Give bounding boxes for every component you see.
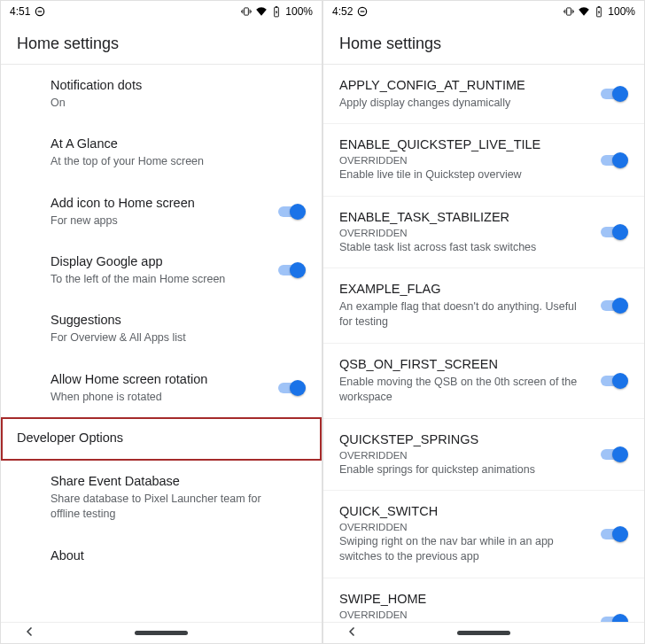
item-title: Allow Home screen rotation (51, 371, 263, 388)
item-subtitle: On (51, 96, 293, 112)
status-time: 4:51 (10, 5, 30, 18)
item-subtitle: At the top of your Home screen (51, 154, 293, 170)
item-subtitle: Share database to Pixel Launcher team fo… (51, 492, 293, 523)
toggle-switch[interactable] (598, 223, 628, 241)
svg-rect-2 (245, 8, 249, 15)
item-title: ENABLE_QUICKSTEP_LIVE_TILE (339, 136, 586, 153)
item-subtitle: For new apps (51, 213, 263, 229)
settings-item[interactable]: Add icon to Home screenFor new apps (1, 182, 322, 241)
wifi-icon (578, 5, 590, 18)
item-title: APPLY_CONFIG_AT_RUNTIME (339, 77, 586, 94)
toggle-switch[interactable] (598, 525, 628, 543)
status-time: 4:52 (332, 5, 353, 18)
svg-rect-11 (567, 8, 571, 15)
back-icon[interactable] (22, 625, 36, 642)
svg-rect-17 (598, 6, 600, 7)
item-subtitle: To the left of the main Home screen (51, 272, 263, 288)
phone-right: 4:52 100% Home settings APPLY_CONFIG_AT_… (322, 0, 645, 644)
flag-item[interactable]: EXAMPLE_FLAGAn example flag that doesn't… (323, 268, 644, 344)
item-title: QUICK_SWITCH (339, 503, 586, 520)
toggle-switch[interactable] (276, 379, 306, 397)
item-title: EXAMPLE_FLAG (339, 281, 586, 298)
battery-icon (593, 5, 605, 18)
toggle-switch[interactable] (598, 372, 628, 390)
status-battery-pct: 100% (285, 5, 313, 18)
item-overridden: OVERRIDDEN (339, 609, 586, 620)
toggle-switch[interactable] (598, 151, 628, 169)
item-title: At A Glance (51, 136, 293, 152)
flag-item[interactable]: QUICKSTEP_SPRINGSOVERRIDDENEnable spring… (323, 419, 644, 491)
nav-pill[interactable] (457, 631, 510, 635)
item-title: Display Google app (51, 253, 263, 270)
item-overridden: OVERRIDDEN (339, 522, 586, 532)
item-title: About (51, 547, 293, 564)
settings-item[interactable]: Developer Options (1, 417, 322, 461)
toggle-switch[interactable] (276, 261, 306, 279)
flag-item[interactable]: APPLY_CONFIG_AT_RUNTIMEApply display cha… (323, 65, 644, 124)
item-title: ENABLE_TASK_STABILIZER (339, 209, 586, 226)
item-title: SWIPE_HOME (339, 591, 586, 608)
toggle-switch[interactable] (598, 446, 628, 463)
flag-item[interactable]: QUICK_SWITCHOVERRIDDENSwiping right on t… (323, 491, 644, 578)
vibrate-icon (240, 5, 253, 18)
settings-item[interactable]: SuggestionsFor Overview & All Apps list (1, 299, 322, 358)
item-subtitle: Enable live tile in Quickstep overview (339, 167, 586, 183)
settings-item[interactable]: Share Event DatabaseShare database to Pi… (1, 461, 322, 535)
toggle-switch[interactable] (276, 203, 306, 221)
settings-item[interactable]: Notification dotsOn (1, 65, 322, 123)
nav-pill[interactable] (135, 631, 188, 635)
item-subtitle: Enable springs for quickstep animations (339, 462, 586, 478)
item-overridden: OVERRIDDEN (339, 228, 586, 238)
item-subtitle: An example flag that doesn't do anything… (339, 299, 586, 330)
toggle-switch[interactable] (598, 297, 628, 314)
item-subtitle: Swiping right on the nav bar while in an… (339, 534, 586, 565)
phone-left: 4:51 100% Home settings Notification dot… (0, 0, 322, 644)
page-title: Home settings (1, 22, 322, 65)
flag-item[interactable]: ENABLE_QUICKSTEP_LIVE_TILEOVERRIDDENEnab… (323, 124, 644, 196)
dnd-icon (34, 5, 46, 18)
flag-item[interactable]: QSB_ON_FIRST_SCREENEnable moving the QSB… (323, 344, 644, 419)
status-bar: 4:51 100% (1, 1, 322, 22)
svg-rect-8 (276, 6, 277, 7)
toggle-switch[interactable] (598, 85, 628, 103)
item-overridden: OVERRIDDEN (339, 155, 586, 166)
settings-item[interactable]: About (1, 535, 322, 578)
item-subtitle: Apply display changes dynamically (339, 96, 586, 112)
settings-item[interactable]: Allow Home screen rotationWhen phone is … (1, 359, 322, 417)
wifi-icon (255, 5, 268, 18)
status-bar: 4:52 100% (323, 1, 644, 22)
item-subtitle: For Overview & All Apps list (51, 330, 293, 346)
status-battery-pct: 100% (608, 5, 635, 18)
developer-options-list: APPLY_CONFIG_AT_RUNTIMEApply display cha… (323, 65, 644, 622)
battery-icon (270, 5, 283, 18)
item-subtitle: Stable task list across fast task switch… (339, 240, 586, 256)
item-subtitle: Enable moving the QSB on the 0th screen … (339, 375, 586, 406)
item-title: QUICKSTEP_SPRINGS (339, 431, 586, 448)
item-subtitle: When phone is rotated (51, 390, 263, 406)
settings-item[interactable]: Display Google appTo the left of the mai… (1, 241, 322, 299)
nav-bar (1, 622, 322, 643)
flag-item[interactable]: ENABLE_TASK_STABILIZEROVERRIDDENStable t… (323, 197, 644, 268)
toggle-switch[interactable] (598, 613, 628, 622)
settings-list: Notification dotsOnAt A GlanceAt the top… (1, 65, 322, 622)
dnd-icon (356, 5, 369, 18)
vibrate-icon (563, 5, 575, 18)
item-title: QSB_ON_FIRST_SCREEN (339, 356, 586, 373)
item-title: Notification dots (51, 77, 293, 94)
back-icon[interactable] (345, 625, 359, 642)
item-title: Add icon to Home screen (51, 195, 263, 212)
settings-item[interactable]: At A GlanceAt the top of your Home scree… (1, 123, 322, 182)
item-title: Share Event Database (51, 473, 293, 490)
nav-bar (323, 622, 644, 643)
page-title: Home settings (323, 22, 644, 65)
item-title: Suggestions (51, 312, 293, 329)
item-title: Developer Options (17, 430, 293, 446)
item-overridden: OVERRIDDEN (339, 450, 586, 461)
flag-item[interactable]: SWIPE_HOMEOVERRIDDENSwiping up on the na… (323, 578, 644, 622)
